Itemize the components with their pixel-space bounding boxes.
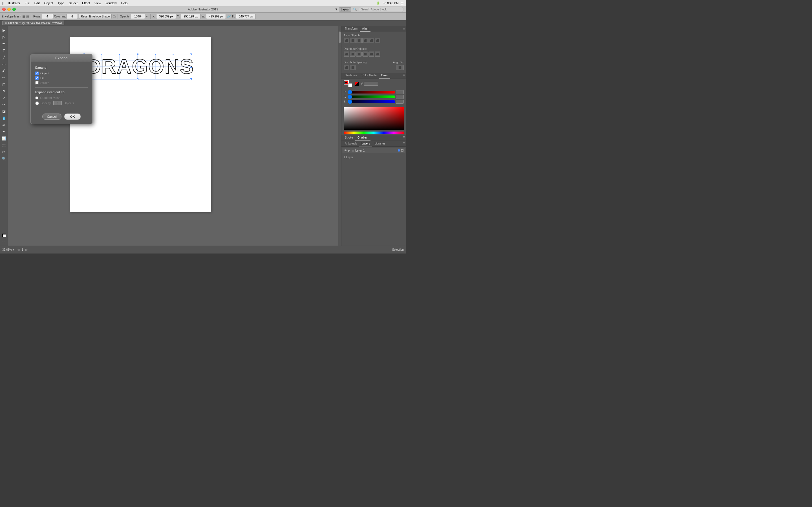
distribute-h-spacing-button[interactable]: ⬛	[344, 65, 349, 70]
color-tab[interactable]: Color	[379, 73, 390, 78]
layer-lock-icon[interactable]	[401, 149, 403, 152]
handle-bottom[interactable]	[137, 78, 139, 80]
opacity-input[interactable]	[131, 14, 145, 19]
specify-input[interactable]	[53, 101, 62, 105]
menu-effect[interactable]: Effect	[80, 1, 92, 5]
align-center-v-button[interactable]: ⬛	[368, 38, 374, 43]
help-icon[interactable]: ?	[336, 8, 337, 11]
hex-input[interactable]	[364, 82, 378, 86]
menu-edit[interactable]: Edit	[33, 1, 42, 5]
canvas-area[interactable]: DRAGONS Expand Expand Object Fill Stroke	[8, 26, 341, 245]
layers-menu-icon[interactable]: ≡	[403, 141, 405, 147]
cancel-button[interactable]: Cancel	[42, 114, 61, 120]
transform-tab[interactable]: Transform	[343, 26, 360, 32]
swatches-tab[interactable]: Swatches	[343, 73, 359, 78]
link-icon[interactable]: 🔗	[227, 15, 231, 18]
artboard-tool[interactable]: ⬚	[1, 142, 7, 148]
scale-tool[interactable]: ⤢	[1, 95, 7, 101]
specify-radio[interactable]	[35, 101, 39, 105]
align-left-button[interactable]: ⬛	[344, 38, 349, 43]
paintbrush-tool[interactable]: 🖌	[1, 68, 7, 74]
line-tool[interactable]: ╱	[1, 54, 7, 60]
rotate-tool[interactable]: ↻	[1, 88, 7, 94]
search-stock-input[interactable]: Search Adobe Stock	[359, 7, 404, 12]
g-value[interactable]	[396, 95, 404, 99]
tab-close-button[interactable]: ✕	[5, 22, 7, 24]
handle-bottom-right[interactable]	[190, 78, 192, 80]
color-guide-tab[interactable]: Color Guide	[359, 73, 378, 78]
zoom-dropdown-icon[interactable]: ▼	[12, 248, 15, 251]
menu-type[interactable]: Type	[56, 1, 66, 5]
distribute-v-spacing-button[interactable]: ⬛	[350, 65, 356, 70]
gradient-tab[interactable]: Gradient	[355, 135, 370, 140]
align-to-button[interactable]: ⬛	[396, 65, 404, 70]
selected-object[interactable]: DRAGONS	[84, 54, 191, 79]
w-input[interactable]	[206, 14, 226, 19]
stroke-checkbox[interactable]	[35, 81, 39, 84]
distribute-left-button[interactable]: ⬛	[362, 52, 368, 57]
notifications-icon[interactable]: ☰	[401, 1, 404, 5]
slice-tool[interactable]: ✂	[1, 149, 7, 155]
graph-tool[interactable]: 📊	[1, 135, 7, 142]
ok-button[interactable]: OK	[64, 114, 81, 120]
layer-item[interactable]: 👁 ▶ ▭ Layer 1	[343, 148, 405, 153]
color-panel-menu-icon[interactable]: ≡	[403, 73, 405, 78]
zoom-tool[interactable]: 🔍	[1, 156, 7, 162]
x-input[interactable]	[156, 14, 176, 19]
artboards-tab[interactable]: Artboards	[343, 141, 359, 147]
menu-object[interactable]: Object	[43, 1, 55, 5]
scrollbar-thumb[interactable]	[339, 32, 341, 43]
eyedropper-tool[interactable]: 💧	[1, 115, 7, 121]
minimize-button[interactable]	[7, 8, 11, 11]
distribute-right-button[interactable]: ⬛	[375, 52, 380, 57]
object-checkbox[interactable]	[35, 71, 39, 75]
maximize-button[interactable]	[12, 8, 16, 11]
pen-tool[interactable]: ✒	[1, 41, 7, 47]
background-swatch[interactable]	[348, 83, 352, 87]
layer-expand-icon[interactable]: ▶	[348, 149, 350, 152]
eraser-tool[interactable]: ◻	[1, 81, 7, 87]
more-tools[interactable]: ···	[1, 238, 7, 244]
warp-tool[interactable]: 〜	[1, 101, 7, 108]
layer-visibility-icon[interactable]: 👁	[344, 149, 347, 152]
rows-input[interactable]	[42, 14, 53, 19]
menu-view[interactable]: View	[93, 1, 103, 5]
menu-select[interactable]: Select	[67, 1, 79, 5]
color-gradient-picker[interactable]	[344, 107, 404, 130]
menu-help[interactable]: Help	[119, 1, 130, 5]
align-center-h-button[interactable]: ⬛	[350, 38, 356, 43]
selection-tool[interactable]: ▶	[1, 27, 7, 33]
apple-menu[interactable]: 	[2, 1, 4, 5]
libraries-tab[interactable]: Libraries	[372, 141, 388, 147]
page-nav-next[interactable]: ▷	[26, 248, 28, 251]
direct-selection-tool[interactable]: ▷	[1, 34, 7, 40]
blend-tool[interactable]: ∞	[1, 122, 7, 128]
page-nav-prev[interactable]: ◁	[17, 248, 19, 251]
stroke-gradient-menu-icon[interactable]: ≡	[403, 135, 405, 140]
reset-envelope-button[interactable]: Reset Envelope Shape	[79, 14, 112, 19]
fill-checkbox[interactable]	[35, 76, 39, 80]
b-value[interactable]	[396, 100, 404, 104]
distribute-center-v-button[interactable]: ⬛	[350, 52, 356, 57]
vertical-scrollbar[interactable]	[338, 26, 341, 245]
distribute-bottom-button[interactable]: ⬛	[356, 52, 362, 57]
stroke-tab[interactable]: Stroke	[343, 135, 355, 140]
distribute-top-button[interactable]: ⬛	[344, 52, 349, 57]
menu-window[interactable]: Window	[104, 1, 118, 5]
rectangle-tool[interactable]: ▭	[1, 61, 7, 67]
layers-tab[interactable]: Layers	[359, 141, 372, 147]
gradient-tool[interactable]: ◪	[1, 108, 7, 114]
type-tool[interactable]: T	[1, 47, 7, 54]
gradient-mesh-radio[interactable]	[35, 96, 38, 100]
r-slider[interactable]	[348, 91, 395, 94]
h-input[interactable]	[236, 14, 256, 19]
distribute-center-h-button[interactable]: ⬛	[368, 52, 374, 57]
document-tab[interactable]: ✕ Untitled-6* @ 39.63% (RGB/GPU Preview)	[2, 20, 64, 25]
g-slider[interactable]	[348, 96, 395, 98]
align-bottom-button[interactable]: ⬛	[375, 38, 380, 43]
menu-file[interactable]: File	[23, 1, 32, 5]
menu-illustrator[interactable]: Illustrator	[6, 1, 22, 5]
none-color-icon[interactable]	[355, 82, 359, 86]
fill-stroke-selector[interactable]	[1, 232, 7, 238]
hue-bar[interactable]	[344, 131, 404, 134]
